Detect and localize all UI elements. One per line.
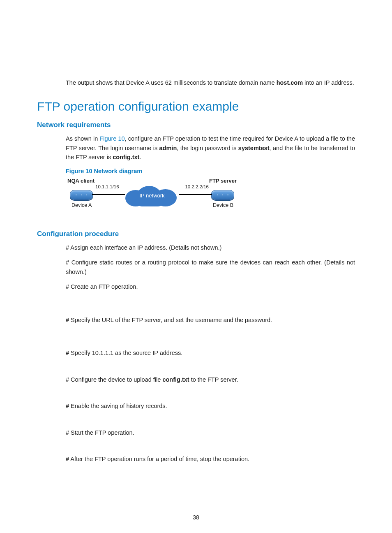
diagram-device-a-label: Device A [71, 202, 92, 208]
subheading-network-requirements: Network requirements [37, 121, 355, 129]
proc-step-9: # After the FTP operation runs for a per… [66, 454, 355, 463]
diagram-ip-a: 10.1.1.1/16 [95, 184, 119, 189]
section-heading-ftp-example: FTP operation configuration example [37, 100, 355, 114]
intro-pre: The output shows that Device A uses 62 m… [66, 79, 277, 86]
proc-step-5: # Specify 10.1.1.1 as the source IP addr… [66, 348, 355, 357]
cloud-icon: IP network [125, 186, 179, 206]
router-icon [70, 190, 93, 200]
subheading-configuration-procedure: Configuration procedure [37, 230, 355, 238]
page: The output shows that Device A uses 62 m… [0, 0, 392, 533]
page-number: 38 [0, 514, 392, 521]
proc-step-2: # Configure static routes or a routing p… [66, 258, 355, 276]
diagram-ip-b: 10.2.2.2/16 [185, 184, 209, 189]
nr-bold-admin: admin [159, 145, 177, 151]
intro-paragraph: The output shows that Device A uses 62 m… [66, 78, 355, 87]
network-link-line [179, 194, 212, 195]
proc-step-4: # Specify the URL of the FTP server, and… [66, 315, 355, 324]
nr-text-e: . [139, 154, 141, 160]
proc-step-3: # Create an FTP operation. [66, 282, 355, 291]
network-link-line [92, 194, 125, 195]
network-diagram: NQA client FTP server 10.1.1.1/16 10.2.2… [66, 178, 238, 217]
nr-bold-configtxt: config.txt [113, 154, 139, 160]
proc-step-7: # Enable the saving of history records. [66, 401, 355, 410]
nr-text-c: , the login password is [177, 145, 238, 151]
network-requirements-paragraph: As shown in Figure 10, configure an FTP … [66, 134, 355, 162]
router-icon [211, 190, 234, 200]
nr-bold-systemtest: systemtest [238, 145, 270, 151]
proc-step-6a: # Configure the device to upload file [66, 376, 162, 383]
figure-10-link[interactable]: Figure 10 [99, 135, 125, 142]
proc-step-6c: to the FTP server. [189, 376, 238, 383]
nr-text-a: As shown in [66, 135, 99, 142]
intro-post: into an IP address. [303, 79, 354, 86]
proc-step-1: # Assign each interface an IP address. (… [66, 243, 355, 252]
figure-caption: Figure 10 Network diagram [66, 168, 355, 174]
intro-bold: host.com [277, 79, 303, 86]
cloud-label: IP network [125, 192, 179, 199]
diagram-device-b-label: Device B [213, 202, 233, 208]
proc-step-6-bold: config.txt [162, 376, 189, 383]
proc-step-6: # Configure the device to upload file co… [66, 375, 355, 384]
proc-step-8: # Start the FTP operation. [66, 428, 355, 437]
diagram-label-nqa-client: NQA client [67, 178, 95, 184]
diagram-label-ftp-server: FTP server [209, 178, 237, 184]
